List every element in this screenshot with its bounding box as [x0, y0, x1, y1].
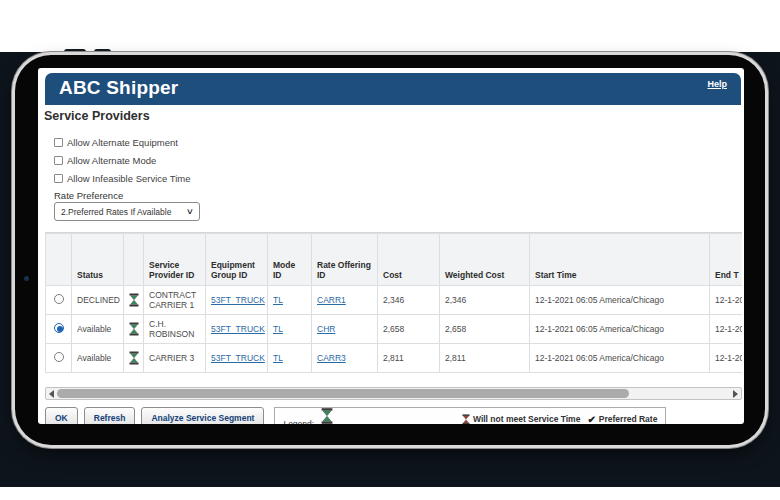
provider-cell: CARRIER 3: [144, 344, 206, 373]
start-time-cell: 12-1-2021 06:05 America/Chicago: [530, 315, 710, 344]
equipment-group-link[interactable]: 53FT_TRUCK: [211, 353, 265, 363]
rate-offering-link[interactable]: CARR3: [317, 353, 346, 363]
mode-link[interactable]: TL: [273, 324, 283, 334]
page-title: Service Providers: [44, 109, 150, 123]
status-cell: Available: [72, 315, 124, 344]
table-row: Available CARRIER 3 53FT_TRUCK TL CARR3 …: [46, 344, 743, 373]
checkbox-label: Allow Alternate Equipment: [67, 137, 178, 148]
mode-link[interactable]: TL: [273, 295, 283, 305]
ok-button[interactable]: OK: [45, 407, 78, 424]
end-time-cell: 12-1-20: [710, 286, 743, 315]
weighted-cost-cell: 2,811: [440, 344, 530, 373]
hourglass-icon: [129, 351, 139, 365]
checkbox-label: Allow Alternate Mode: [67, 155, 156, 166]
footer-actions: OK Refresh Analyze Service Segment Legen…: [45, 407, 742, 424]
col-weighted-cost: Weighted Cost: [440, 234, 530, 286]
legend-item-label: Will not meet Service Time: [473, 414, 580, 424]
status-cell: DECLINED: [72, 286, 124, 315]
cost-cell: 2,811: [378, 344, 440, 373]
col-status: Status: [72, 234, 124, 286]
checkbox-icon[interactable]: [54, 138, 63, 147]
refresh-button[interactable]: Refresh: [84, 407, 136, 424]
col-cost: Cost: [378, 234, 440, 286]
scroll-right-icon[interactable]: [733, 390, 738, 398]
help-link[interactable]: Help: [707, 79, 727, 89]
service-providers-table: Status Service Provider ID Equipment Gro…: [45, 232, 742, 377]
rate-preference-select[interactable]: 2.Preferred Rates If Available ∨: [54, 202, 200, 221]
provider-cell: CONTRACT CARRIER 1: [144, 286, 206, 315]
rate-preference-selected-value: 2.Preferred Rates If Available: [61, 207, 187, 217]
app-screen: ABC Shipper Help Service Providers Allow…: [38, 68, 744, 424]
weighted-cost-cell: 2,658: [440, 315, 530, 344]
equipment-group-link[interactable]: 53FT_TRUCK: [211, 324, 265, 334]
table-row: DECLINED CONTRACT CARRIER 1 53FT_TRUCK T…: [46, 286, 743, 315]
start-time-cell: 12-1-2021 06:05 America/Chicago: [530, 286, 710, 315]
scroll-left-icon[interactable]: [49, 390, 54, 398]
end-time-cell: 12-1-20: [710, 344, 743, 373]
mockup-canvas: ABC Shipper Help Service Providers Allow…: [0, 0, 780, 500]
provider-cell: C.H. ROBINSON: [144, 315, 206, 344]
rate-offering-link[interactable]: CARR1: [317, 295, 346, 305]
app-title: ABC Shipper: [59, 77, 178, 99]
rate-offering-link[interactable]: CHR: [317, 324, 335, 334]
legend-box: Legend: Will not meet Service Time ✔ Pre…: [274, 407, 666, 424]
equipment-group-link[interactable]: 53FT_TRUCK: [211, 295, 265, 305]
scrollbar-thumb[interactable]: [57, 389, 629, 398]
col-start-time: Start Time: [530, 234, 710, 286]
service-time-warning-icon: [462, 414, 470, 425]
legend-item-service-time: Will not meet Service Time: [462, 414, 580, 425]
checkbox-allow-infeasible-service-time[interactable]: Allow Infeasible Service Time: [54, 172, 191, 185]
weighted-cost-cell: 2,346: [440, 286, 530, 315]
start-time-cell: 12-1-2021 06:05 America/Chicago: [530, 344, 710, 373]
legend-item-preferred-rate: ✔ Preferred Rate: [587, 414, 657, 425]
checkbox-allow-alternate-mode[interactable]: Allow Alternate Mode: [54, 154, 156, 167]
hourglass-icon: [321, 407, 333, 424]
col-equipment-group-id: Equipment Group ID: [206, 234, 268, 286]
checkbox-icon[interactable]: [54, 174, 63, 183]
app-header-bar: ABC Shipper Help: [45, 73, 741, 105]
col-rate-offering-id: Rate Offering ID: [312, 234, 378, 286]
checkbox-icon[interactable]: [54, 156, 63, 165]
hourglass-icon: [129, 322, 139, 336]
row-radio[interactable]: [54, 294, 64, 304]
cost-cell: 2,346: [378, 286, 440, 315]
col-service-provider-id: Service Provider ID: [144, 234, 206, 286]
col-mode-id: Mode ID: [268, 234, 312, 286]
table-row: Available C.H. ROBINSON 53FT_TRUCK TL CH…: [46, 315, 743, 344]
rate-preference-label: Rate Preference: [54, 190, 123, 201]
tablet-frame: ABC Shipper Help Service Providers Allow…: [15, 55, 765, 445]
horizontal-scrollbar[interactable]: [45, 387, 742, 400]
mode-link[interactable]: TL: [273, 353, 283, 363]
col-end-time: End T: [710, 234, 743, 286]
col-flag: [124, 234, 144, 286]
analyze-service-segment-button[interactable]: Analyze Service Segment: [141, 407, 264, 424]
legend-label: Legend:: [283, 419, 314, 424]
col-select: [46, 234, 72, 286]
checkbox-label: Allow Infeasible Service Time: [67, 173, 191, 184]
end-time-cell: 12-1-20: [710, 315, 743, 344]
hourglass-icon: [129, 293, 139, 307]
row-radio-selected[interactable]: [54, 323, 64, 333]
checkbox-allow-alternate-equipment[interactable]: Allow Alternate Equipment: [54, 136, 178, 149]
cost-cell: 2,658: [378, 315, 440, 344]
table-header-row: Status Service Provider ID Equipment Gro…: [46, 234, 743, 286]
legend-item-label: Preferred Rate: [599, 414, 658, 424]
preferred-rate-check-icon: ✔: [587, 414, 595, 425]
status-cell: Available: [72, 344, 124, 373]
chevron-down-icon: ∨: [186, 207, 194, 216]
tablet-camera-dot: [24, 276, 29, 281]
row-radio[interactable]: [54, 352, 64, 362]
